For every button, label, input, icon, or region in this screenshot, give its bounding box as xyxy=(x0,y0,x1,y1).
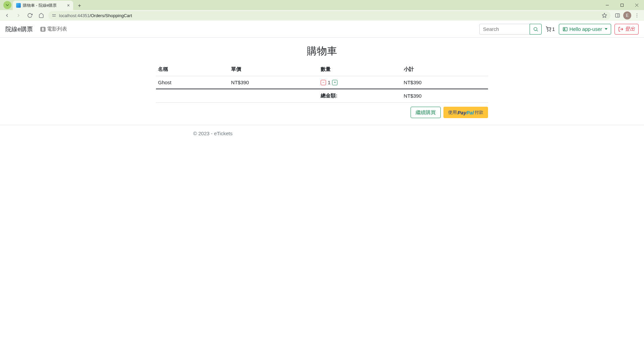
continue-shopping-button[interactable]: 繼續購買 xyxy=(411,107,441,118)
paypal-logo: PayPal xyxy=(458,110,474,115)
svg-line-23 xyxy=(537,30,538,31)
svg-point-24 xyxy=(547,31,548,31)
total-value: NT$390 xyxy=(402,89,488,103)
item-qty: 1 xyxy=(328,80,330,85)
col-qty: 數量 xyxy=(319,63,402,76)
tabs-dropdown-button[interactable] xyxy=(3,1,11,9)
app-navbar: 院線e購票 電影列表 1 Hello app-user 登出 xyxy=(0,21,644,38)
col-name: 名稱 xyxy=(156,63,229,76)
paypal-checkout-button[interactable]: 使用 PayPal 付款 xyxy=(443,107,488,118)
search-button[interactable] xyxy=(530,24,542,35)
qty-increment-button[interactable]: + xyxy=(332,80,337,85)
url-text: localhost:44351/Orders/ShoppingCart xyxy=(59,13,599,18)
maximize-button[interactable] xyxy=(614,0,629,10)
tab-title: 購物車 - 院線e購票 xyxy=(23,3,65,8)
col-price: 單價 xyxy=(229,63,319,76)
url-path: /Orders/ShoppingCart xyxy=(90,13,132,18)
main-content: 購物車 名稱 單價 數量 小計 Ghost NT$390 − 1 + xyxy=(156,38,488,125)
item-price: NT$390 xyxy=(229,76,319,89)
forward-button[interactable] xyxy=(14,11,23,20)
close-tab-button[interactable]: × xyxy=(67,3,70,8)
cart-indicator-link[interactable]: 1 xyxy=(545,26,555,32)
search-group xyxy=(479,24,542,35)
brand-link[interactable]: 院線e購票 xyxy=(5,25,33,33)
film-icon xyxy=(40,27,46,32)
minimize-button[interactable] xyxy=(600,0,614,10)
new-tab-button[interactable]: + xyxy=(75,1,84,10)
svg-rect-1 xyxy=(621,4,623,6)
svg-point-25 xyxy=(550,31,550,31)
profile-avatar[interactable]: E xyxy=(623,11,631,19)
bookmark-star-icon[interactable] xyxy=(602,13,607,18)
logout-label: 登出 xyxy=(625,26,635,32)
svg-point-27 xyxy=(564,28,565,29)
user-hello-label: Hello app-user xyxy=(569,26,602,32)
svg-point-12 xyxy=(637,13,637,14)
url-host: localhost:44351 xyxy=(59,13,90,18)
close-window-button[interactable] xyxy=(629,0,644,10)
qty-decrement-button[interactable]: − xyxy=(321,80,326,85)
svg-point-14 xyxy=(637,17,637,17)
browser-chrome: 購物車 - 院線e購票 × + localhost:44351/Orders/S… xyxy=(0,0,644,21)
cart-icon xyxy=(546,27,551,32)
chevron-down-icon xyxy=(605,28,607,30)
cart-table: 名稱 單價 數量 小計 Ghost NT$390 − 1 + NT$390 xyxy=(156,63,488,103)
home-button[interactable] xyxy=(37,11,46,20)
reload-button[interactable] xyxy=(25,11,34,20)
avatar-initial: E xyxy=(626,13,629,18)
search-input[interactable] xyxy=(479,24,530,35)
total-label: 總金額: xyxy=(319,89,402,103)
movies-nav-link[interactable]: 電影列表 xyxy=(39,24,68,34)
tab-strip: 購物車 - 院線e購票 × + xyxy=(0,0,644,10)
footer: © 2023 - eTickets xyxy=(111,125,533,142)
item-name: Ghost xyxy=(156,76,229,89)
site-settings-icon xyxy=(52,13,56,18)
paypal-suffix: 付款 xyxy=(475,109,483,115)
back-button[interactable] xyxy=(3,11,11,20)
svg-point-13 xyxy=(637,15,637,16)
brand-text: 院線e購票 xyxy=(5,26,33,33)
logout-icon xyxy=(618,27,624,32)
col-subtotal: 小計 xyxy=(402,63,488,76)
item-subtotal: NT$390 xyxy=(402,76,488,89)
search-icon xyxy=(533,27,538,32)
page-title: 購物車 xyxy=(156,44,488,58)
user-dropdown-button[interactable]: Hello app-user xyxy=(559,24,611,35)
item-qty-cell: − 1 + xyxy=(319,76,402,89)
continue-label: 繼續購買 xyxy=(416,109,436,115)
side-panel-button[interactable] xyxy=(613,11,622,20)
paypal-prefix: 使用 xyxy=(448,109,457,115)
svg-point-22 xyxy=(534,27,537,30)
cart-actions: 繼續購買 使用 PayPal 付款 xyxy=(156,107,488,118)
svg-rect-10 xyxy=(615,14,620,17)
window-controls xyxy=(600,0,644,10)
cart-row: Ghost NT$390 − 1 + NT$390 xyxy=(156,76,488,89)
movies-link-label: 電影列表 xyxy=(47,26,67,32)
chrome-menu-button[interactable] xyxy=(633,11,641,20)
favicon-icon xyxy=(16,3,21,8)
omnibox[interactable]: localhost:44351/Orders/ShoppingCart xyxy=(48,11,610,20)
user-card-icon xyxy=(562,27,568,32)
svg-marker-9 xyxy=(602,13,606,17)
cart-count: 1 xyxy=(552,26,555,32)
logout-button[interactable]: 登出 xyxy=(614,24,639,35)
svg-rect-15 xyxy=(41,27,45,31)
browser-tab[interactable]: 購物車 - 院線e購票 × xyxy=(13,1,73,10)
footer-text: © 2023 - eTickets xyxy=(193,131,232,136)
address-bar: localhost:44351/Orders/ShoppingCart E xyxy=(0,10,644,21)
